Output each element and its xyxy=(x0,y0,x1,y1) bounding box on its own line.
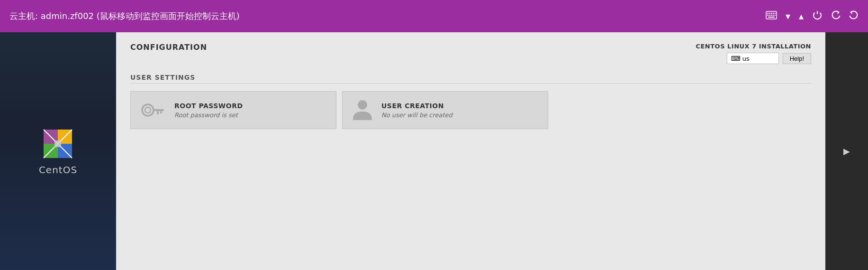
help-button[interactable]: Help! xyxy=(783,53,811,64)
centos-install-title: CENTOS LINUX 7 INSTALLATION xyxy=(696,43,811,50)
svg-rect-7 xyxy=(769,15,770,16)
root-password-content: ROOT PASSWORD Root password is set xyxy=(174,102,243,119)
top-bar: 云主机: admin.zf002 (鼠标移动到监控画面开始控制云主机) ▾ ▴ xyxy=(0,0,868,32)
refresh-icon[interactable] xyxy=(831,10,841,22)
svg-rect-29 xyxy=(157,111,159,114)
config-header: CONFIGURATION CENTOS LINUX 7 INSTALLATIO… xyxy=(116,32,825,69)
svg-point-30 xyxy=(358,100,367,110)
svg-rect-9 xyxy=(773,15,774,16)
svg-rect-10 xyxy=(775,15,776,16)
centos-install-info: CENTOS LINUX 7 INSTALLATION ⌨ us Help! xyxy=(696,43,811,64)
root-password-title: ROOT PASSWORD xyxy=(174,102,243,110)
svg-point-26 xyxy=(145,107,151,113)
cursor-arrow: ▶ xyxy=(843,146,850,156)
keyboard-locale: us xyxy=(742,55,750,62)
config-title: CONFIGURATION xyxy=(130,43,207,52)
top-bar-icons: ▾ ▴ xyxy=(766,10,859,23)
chevron-up-icon[interactable]: ▴ xyxy=(799,10,804,22)
root-password-card[interactable]: ROOT PASSWORD Root password is set xyxy=(130,91,336,129)
centos-logo-text: CentOS xyxy=(39,164,77,176)
reload-icon[interactable] xyxy=(849,10,859,22)
svg-rect-6 xyxy=(767,15,769,16)
main-area: CentOS CONFIGURATION CENTOS LINUX 7 INST… xyxy=(0,32,868,270)
svg-rect-28 xyxy=(160,111,162,113)
user-card-icon xyxy=(352,98,373,122)
keyboard-small-icon: ⌨ xyxy=(731,55,741,62)
svg-rect-11 xyxy=(768,17,775,18)
user-settings-section: USER SETTINGS xyxy=(116,69,825,129)
user-settings-label: USER SETTINGS xyxy=(130,74,811,84)
keyboard-badge[interactable]: ⌨ us xyxy=(727,53,779,64)
user-creation-title: USER CREATION xyxy=(381,102,452,110)
user-creation-content: USER CREATION No user will be created xyxy=(381,102,452,119)
top-bar-title: 云主机: admin.zf002 (鼠标移动到监控画面开始控制云主机) xyxy=(9,10,240,22)
left-sidebar: CentOS xyxy=(0,32,116,270)
svg-rect-5 xyxy=(775,13,776,14)
user-creation-subtitle: No user will be created xyxy=(381,112,452,119)
centos-install-controls: ⌨ us Help! xyxy=(727,53,811,64)
power-icon[interactable] xyxy=(812,10,823,23)
chevron-down-icon[interactable]: ▾ xyxy=(786,10,790,22)
centos-logo-graphic xyxy=(41,127,74,160)
svg-rect-3 xyxy=(771,13,772,14)
svg-rect-4 xyxy=(773,13,774,14)
keyboard-icon[interactable] xyxy=(766,10,777,22)
settings-cards: ROOT PASSWORD Root password is set xyxy=(130,91,811,129)
right-panel: ▶ xyxy=(825,32,868,270)
centos-logo: CentOS xyxy=(39,127,77,176)
user-creation-card[interactable]: USER CREATION No user will be created xyxy=(342,91,548,129)
svg-rect-1 xyxy=(767,13,769,14)
svg-rect-8 xyxy=(771,15,772,16)
content-panel: CONFIGURATION CENTOS LINUX 7 INSTALLATIO… xyxy=(116,32,825,270)
svg-rect-24 xyxy=(54,140,61,147)
root-password-subtitle: Root password is set xyxy=(174,112,243,119)
svg-point-25 xyxy=(142,104,154,116)
svg-rect-27 xyxy=(153,109,164,111)
key-card-icon xyxy=(140,102,166,119)
svg-rect-2 xyxy=(769,13,770,14)
